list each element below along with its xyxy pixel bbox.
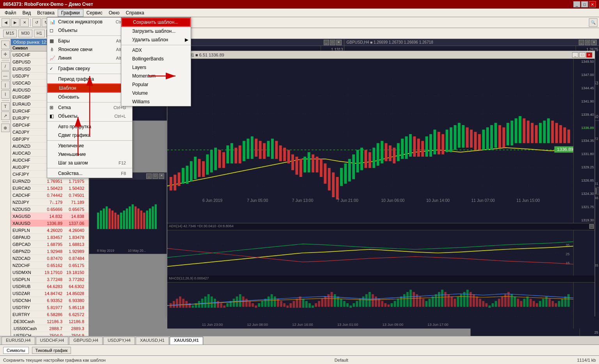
menu-template-adx[interactable]: ADX	[121, 46, 191, 55]
toolbar-undo[interactable]: ↺	[32, 18, 41, 27]
adx-plot[interactable]: 35 25 15	[167, 230, 573, 276]
menu-template[interactable]: Шаблон ▶	[47, 83, 132, 93]
menu-line[interactable]: 📈 Линия Alt+3	[47, 54, 132, 62]
toolbar-open[interactable]: ▶	[11, 18, 19, 27]
xauusd-main-plot[interactable]: 1336.89 6 Jun 2019 7 Jun 05:00 7 Jun 13:…	[167, 59, 573, 223]
tool-crosshair[interactable]: ✛	[1, 50, 10, 58]
chart2-maximize[interactable]: □	[585, 40, 590, 45]
chart-usdchf-h4[interactable]: USDCHF,H4 ■ 0.99274 _ □ ✕	[89, 172, 167, 254]
tool-text[interactable]: T	[1, 102, 10, 111]
tool-cursor[interactable]: ↖	[1, 41, 10, 49]
tab-xauusd-h1-1[interactable]: XAUUSD,H1	[136, 337, 169, 345]
tool-channel[interactable]: ⌇	[1, 90, 10, 99]
tab-eurusd-h4[interactable]: EURUSD,H4	[2, 337, 35, 345]
menu-template-volume[interactable]: Volume	[121, 89, 191, 97]
menu-file[interactable]: Файл	[2, 9, 19, 16]
adx-minimize[interactable]: _	[589, 224, 594, 229]
menu-template-bollinger[interactable]: BollingerBands	[121, 55, 191, 63]
symbol-row[interactable]: USDCNH6.933526.93380	[11, 297, 89, 304]
tab-usdjpy-h4[interactable]: USDJPY,H4	[103, 337, 135, 345]
xauusd-minimize[interactable]: _	[572, 52, 578, 58]
menu-chart-top[interactable]: ✓ График сверху	[47, 64, 132, 73]
menu-delete-template[interactable]: Удалить шаблон ▶	[121, 35, 191, 44]
menu-save-template[interactable]: Сохранить шаблон...	[121, 18, 191, 27]
symbol-row[interactable]: EURPLN4.260204.26040	[11, 227, 89, 234]
menu-bars[interactable]: ▦ Бары Alt+1	[47, 37, 132, 45]
usdchf-min[interactable]: _	[146, 173, 152, 179]
menu-properties[interactable]: Свойства... F8	[47, 169, 132, 178]
menu-template-williams[interactable]: Williams	[121, 97, 191, 106]
menu-period[interactable]: Период графика	[47, 75, 132, 83]
timeframe-m15[interactable]: M15	[3, 30, 17, 37]
tool-vline[interactable]: |	[1, 81, 10, 89]
tab-usdchf-h4[interactable]: USDCHF,H4	[36, 337, 69, 345]
symbol-row[interactable]: GBPCAD1.687951.68813	[11, 241, 89, 248]
symbol-row[interactable]: CADCHF0.744420.74501	[11, 192, 89, 199]
menu-service[interactable]: Сервис	[83, 9, 106, 16]
symbol-row[interactable]: .USTECH...7504.07504.9	[11, 332, 89, 336]
menu-indicators[interactable]: 📊 Список индикаторов Ctrl+I	[47, 18, 132, 26]
symbol-row[interactable]: GBPAUD1.834571.83478	[11, 234, 89, 241]
symbol-row[interactable]: NZDJPY7↓.17971.189	[11, 199, 89, 206]
tab-xauusd-h1-2[interactable]: XAUUSD,H1	[170, 337, 203, 345]
chart2-close[interactable]: ✕	[591, 40, 597, 45]
timeframe-m30[interactable]: M30	[18, 30, 32, 37]
menu-grid[interactable]: ⊞ Сетка Ctrl+G	[47, 103, 132, 112]
xauusd-big-chart[interactable]: XAUUSD,H1 ■ 6.51 1336.89 _ □ ✕	[167, 51, 595, 316]
usdchf-close[interactable]: ✕	[159, 173, 164, 179]
xauusd-maximize[interactable]: □	[579, 52, 585, 58]
menu-window[interactable]: Окно	[106, 9, 123, 16]
panel-tab-tick[interactable]: Тиковый график	[32, 347, 71, 354]
symbol-row[interactable]: EURCAD1.504231.50432	[11, 185, 89, 192]
chart-close[interactable]: ✕	[336, 40, 342, 45]
xauusd-close[interactable]: ✕	[586, 52, 592, 58]
menu-shift[interactable]: Сдвиг графика	[47, 131, 132, 140]
menu-template-popular[interactable]: Popular	[121, 80, 191, 89]
symbol-row[interactable]: XAGUSD14.83214.838	[11, 213, 89, 220]
tool-arrow[interactable]: ↗	[1, 111, 10, 120]
symbol-row[interactable]: NZDCHF0.651620.65175	[11, 262, 89, 269]
symbol-row[interactable]: USDTRY5.819775.85118	[11, 304, 89, 311]
menu-help[interactable]: Справка	[123, 9, 147, 16]
menu-step[interactable]: Шаг за шагом F12	[47, 159, 132, 167]
symbol-row[interactable]: USDZAR14.8474214.85028	[11, 290, 89, 297]
symbol-row[interactable]: NZDCAD0.874700.87484	[11, 255, 89, 262]
tab-gbpusd-h4[interactable]: GBPUSD,H4	[69, 337, 103, 345]
panel-tab-symbols[interactable]: Символы	[3, 347, 29, 354]
symbol-row[interactable]: USDRUB64.628364.6302	[11, 283, 89, 290]
timeframe-h1[interactable]: H1	[34, 30, 45, 37]
menu-objects2[interactable]: ◧ Объекты Ctrl+L	[47, 112, 132, 120]
menu-insert[interactable]: Вставка	[34, 9, 58, 16]
menu-template-momentum[interactable]: Momentum	[121, 72, 191, 80]
symbol-row[interactable]: NZDUSD0.656660.65675	[11, 206, 89, 213]
chart-minimize[interactable]: _	[324, 40, 329, 45]
chart-maximize[interactable]: □	[330, 40, 335, 45]
tool-hline[interactable]: —	[1, 71, 10, 80]
menu-charts[interactable]: Графики	[58, 9, 83, 17]
menu-template-layers[interactable]: Layers	[121, 63, 191, 72]
symbol-row[interactable]: USDPLN3.772483.77282	[11, 276, 89, 283]
toolbar-search[interactable]: 🔍	[589, 18, 597, 27]
symbol-row[interactable]: XAUUSD1336.891337.06	[11, 220, 89, 227]
macd-plot[interactable]: 11 Jun 23:00 12 Jun 08:00 12 Jun 16:00 1…	[167, 283, 573, 329]
symbol-row[interactable]: EURNZD1.769511.71975	[11, 178, 89, 185]
symbol-row[interactable]: .US500Cash2888.72889.3	[11, 325, 89, 332]
maximize-button[interactable]: □	[581, 1, 588, 7]
symbol-row[interactable]: GBPNZD1.929481.92989	[11, 248, 89, 255]
close-button[interactable]: ✕	[589, 1, 596, 7]
menu-zoom-in[interactable]: Увеличение	[47, 141, 132, 150]
usdchf-max[interactable]: □	[152, 173, 158, 179]
menu-view[interactable]: Вид	[19, 9, 34, 16]
minimize-button[interactable]: _	[573, 1, 580, 7]
toolbar-new[interactable]: ◀	[2, 18, 10, 27]
menu-autoscroll[interactable]: Авто прокрутка	[47, 122, 132, 131]
symbol-row[interactable]: .DE30Cash12186.312186.8	[11, 318, 89, 325]
symbol-row[interactable]: EURTRY6.582866.62572	[11, 311, 89, 318]
menu-refresh[interactable]: Обновить	[47, 93, 132, 101]
menu-candles[interactable]: 🕯 Японские свечи Alt+2	[47, 45, 132, 54]
symbol-row[interactable]: USDMXN19.1791019.18150	[11, 269, 89, 276]
chart2-minimize[interactable]: _	[579, 40, 584, 45]
menu-load-template[interactable]: Загрузить шаблон...	[121, 27, 191, 35]
tool-line[interactable]: /	[1, 62, 10, 71]
tool-zoom[interactable]: ⊕	[1, 124, 10, 132]
